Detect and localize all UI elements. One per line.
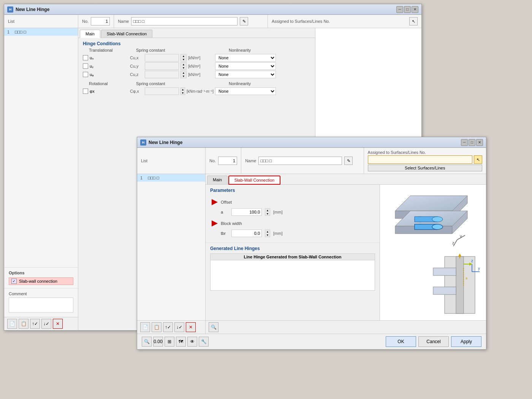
bg-slab-wall-checkbox[interactable]: ✓: [11, 279, 17, 284]
fg-bottom-btn6[interactable]: 🔧: [199, 337, 209, 347]
fg-left-toolbar: 📄 📋 ↑✓ ↓✓ ✕: [137, 320, 205, 334]
fg-no-input[interactable]: [218, 157, 237, 165]
fg-bottom-btn4[interactable]: 🗺: [176, 337, 186, 347]
bg-tab-slab-wall[interactable]: Slab-Wall Connection: [101, 30, 152, 38]
fg-maximize-btn[interactable]: □: [469, 139, 475, 146]
bg-ux-dn[interactable]: ▼: [181, 58, 186, 61]
fg-bottom-btn1[interactable]: 🔍: [142, 337, 152, 347]
bg-rotational-header: Rotational: [89, 81, 135, 86]
fg-bottom-btn5[interactable]: 👁: [187, 337, 197, 347]
fg-toolbar-copy-btn[interactable]: 📋: [152, 322, 162, 332]
bg-comment-input[interactable]: [9, 298, 73, 313]
bg-list-item-1[interactable]: 1 □□□ □: [4, 28, 78, 36]
fg-toolbar-up-btn[interactable]: ↑✓: [163, 322, 173, 332]
bg-toolbar-copy-btn[interactable]: 📋: [19, 319, 28, 329]
bg-options-section: Options ✓ Slab-wall connection: [4, 267, 78, 288]
bg-phix-nonlinearity[interactable]: None: [215, 87, 276, 95]
bg-uy-nonlinearity[interactable]: None: [215, 62, 276, 70]
fg-bottom-icon3: ⊞: [168, 339, 171, 344]
fg-bottom-btn2[interactable]: 0.00: [153, 337, 163, 347]
bg-uz-nonlinearity[interactable]: None: [215, 71, 276, 78]
fg-offset-stepper[interactable]: ▲ ▼: [265, 208, 270, 216]
bg-name-input[interactable]: [131, 17, 238, 25]
fg-cancel-btn[interactable]: Cancel: [418, 336, 449, 347]
bg-window-icon: H: [7, 6, 13, 13]
bg-rot-nonlinearity-header: Nonlinearity: [229, 81, 305, 86]
fg-ok-btn[interactable]: OK: [386, 336, 416, 347]
bg-nonlinearity-header: Nonlinearity: [229, 48, 305, 52]
bg-uy-checkbox[interactable]: [83, 63, 88, 69]
fg-list-item-num: 1: [140, 176, 146, 180]
fg-apply-btn[interactable]: Apply: [451, 336, 481, 347]
bg-uy-spring-input[interactable]: [145, 62, 179, 70]
bg-toolbar-delete-btn[interactable]: ✕: [53, 319, 63, 329]
bg-slab-wall-option[interactable]: ✓ Slab-wall connection: [9, 277, 73, 285]
bg-name-edit-btn[interactable]: ✎: [240, 17, 248, 25]
bg-toolbar-dn-btn[interactable]: ↓✓: [41, 319, 51, 329]
fg-name-input[interactable]: [258, 157, 342, 165]
fg-offset-input[interactable]: [231, 208, 262, 216]
fg-edit-icon: ✎: [347, 158, 350, 163]
fg-name-label: Name: [245, 158, 256, 163]
bg-minimize-btn[interactable]: ─: [396, 6, 403, 13]
bg-uy-up[interactable]: ▲: [181, 63, 186, 66]
bg-no-input[interactable]: [91, 17, 110, 25]
bg-uy-spring: Cu,y ▲ ▼ [kN/m²]: [130, 62, 214, 70]
bg-uz-up[interactable]: ▲: [181, 71, 186, 74]
bg-close-btn[interactable]: ✕: [412, 6, 418, 13]
fg-window-icon: H: [140, 139, 146, 146]
bg-assigned-btn[interactable]: ↖: [409, 17, 418, 25]
bg-uy-stepper[interactable]: ▲ ▼: [180, 62, 187, 70]
bg-tab-main[interactable]: Main: [80, 30, 100, 38]
fg-blockwidth-up[interactable]: ▲: [265, 230, 270, 233]
bg-maximize-btn[interactable]: □: [404, 6, 411, 13]
bg-uy-dn[interactable]: ▼: [181, 66, 186, 70]
bg-assigned-label: Assigned to Surfaces/Lines No.: [272, 19, 330, 24]
fg-toolbar-dn-btn[interactable]: ↓✓: [174, 322, 184, 332]
fg-name-edit-btn[interactable]: ✎: [344, 157, 353, 165]
bg-ux-up[interactable]: ▲: [181, 54, 186, 58]
fg-minimize-btn[interactable]: ─: [461, 139, 468, 146]
bg-phix-spring-input[interactable]: [145, 87, 179, 95]
fg-tab-slab-wall[interactable]: Slab-Wall Connection: [228, 176, 280, 185]
fg-blockwidth-input[interactable]: [231, 230, 262, 237]
bg-ux-checkbox[interactable]: [83, 55, 88, 60]
fg-blockwidth-stepper[interactable]: ▲ ▼: [265, 230, 270, 237]
bg-tab-main-label: Main: [86, 32, 95, 36]
fg-offset-up[interactable]: ▲: [265, 209, 270, 212]
bg-toolbar-up-btn[interactable]: ↑✓: [30, 319, 40, 329]
bg-phix-dn[interactable]: ▼: [181, 91, 185, 95]
fg-offset-dn[interactable]: ▼: [265, 212, 270, 215]
fg-assigned-btn[interactable]: ↖: [474, 155, 482, 164]
bg-phix-checkbox[interactable]: [83, 89, 88, 94]
fg-tab-main[interactable]: Main: [207, 176, 228, 184]
bg-ux-spring-input[interactable]: [145, 54, 179, 62]
fg-params-title: Parameters: [206, 185, 380, 195]
bg-list-label: List: [8, 19, 14, 24]
bg-phix-stepper[interactable]: ▲ ▼: [180, 87, 185, 95]
fg-list-item-1[interactable]: 1 □□□ □: [137, 174, 205, 182]
fg-blockwidth-dn[interactable]: ▼: [265, 233, 270, 237]
fg-toolbar-delete-btn[interactable]: ✕: [186, 322, 196, 332]
fg-list-header-section: List: [137, 148, 206, 174]
fg-toolbar-new-btn[interactable]: 📄: [140, 322, 150, 332]
fg-center-btn1[interactable]: 🔍: [209, 322, 218, 332]
bg-phix-up[interactable]: ▲: [181, 88, 185, 91]
bg-uz-checkbox[interactable]: [83, 72, 88, 77]
fg-offset-var: a: [221, 210, 228, 214]
fg-center-icon1: 🔍: [211, 325, 217, 330]
fg-bottom-btn3[interactable]: ⊞: [165, 337, 174, 347]
fg-dn-icon: ↓✓: [176, 325, 182, 330]
bg-toolbar-new-btn[interactable]: 📄: [7, 319, 17, 329]
bg-uz-spring-input[interactable]: [145, 71, 179, 78]
bg-ux-stepper[interactable]: ▲ ▼: [180, 54, 187, 62]
fg-select-surfaces-btn[interactable]: Select Surfaces/Lines: [368, 165, 482, 171]
bg-uz-stepper[interactable]: ▲ ▼: [180, 71, 187, 78]
bg-cond-row-uz: uᵩ Cu,z ▲ ▼ [kN/m²] None: [83, 71, 310, 78]
fg-assigned-input[interactable]: [368, 155, 472, 164]
svg-text:a: a: [466, 276, 467, 280]
bg-uz-dn[interactable]: ▼: [181, 74, 186, 78]
bg-ux-nonlinearity[interactable]: None: [215, 54, 276, 62]
fg-top-bar: List No. Name ✎ Assigned to Surfaces/Lin…: [137, 148, 486, 174]
fg-close-btn[interactable]: ✕: [476, 139, 483, 146]
